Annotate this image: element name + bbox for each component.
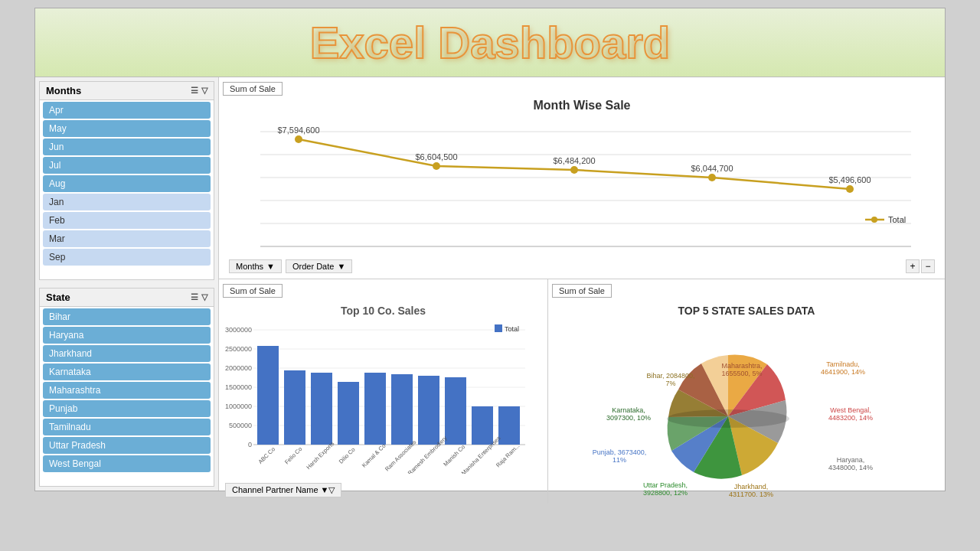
months-btn-arrow: ▼ (266, 262, 275, 271)
order-date-filter-btn[interactable]: Order Date ▼ (286, 259, 352, 273)
list-item[interactable]: Aug (43, 175, 211, 192)
right-panel: Sum of Sale Month Wise Sale (219, 77, 945, 491)
svg-text:$6,604,500: $6,604,500 (415, 152, 457, 161)
svg-point-18 (871, 217, 877, 223)
svg-text:1000000: 1000000 (225, 403, 252, 410)
list-item[interactable]: Sep (43, 249, 211, 266)
svg-text:Karnataka,: Karnataka, (612, 406, 645, 414)
svg-text:Total: Total (505, 325, 519, 333)
svg-text:3000000: 3000000 (225, 326, 252, 334)
list-item[interactable]: Karnataka (43, 364, 211, 380)
svg-point-10 (708, 174, 716, 181)
months-btn-label: Months (236, 262, 263, 271)
svg-point-9 (570, 166, 578, 174)
list-item[interactable]: Feb (43, 212, 211, 229)
svg-text:ABC Co: ABC Co (256, 445, 276, 465)
state-slicer: State ☰ ▽ BiharHaryanaJharkhandKarnataka… (39, 288, 214, 487)
list-item[interactable]: May (43, 120, 211, 137)
line-chart-svg: $7,594,600 $6,604,500 $6,484,200 $6,044,… (223, 116, 941, 258)
svg-text:West Bengal,: West Bengal, (830, 406, 871, 414)
months-filter-btn[interactable]: Months ▼ (229, 259, 282, 273)
svg-text:4311700, 13%: 4311700, 13% (729, 491, 773, 497)
svg-rect-38 (364, 373, 386, 445)
svg-text:Haryana,: Haryana, (837, 456, 865, 464)
svg-rect-40 (418, 376, 439, 445)
svg-rect-43 (498, 406, 520, 445)
svg-text:4348000, 14%: 4348000, 14% (828, 464, 873, 471)
svg-text:11%: 11% (612, 456, 626, 464)
pie-chart-section: Sum of Sale TOP 5 STATE SALES DATA (548, 279, 945, 504)
months-slicer: Months ☰ ▽ AprMayJunJulAugJanFebMarSep (39, 81, 214, 280)
svg-rect-42 (472, 406, 493, 445)
svg-text:2000000: 2000000 (225, 364, 252, 372)
svg-text:$6,484,200: $6,484,200 (553, 156, 595, 165)
state-slicer-label: State (46, 292, 70, 303)
svg-text:$7,594,600: $7,594,600 (277, 126, 319, 135)
list-item[interactable]: Haryana (43, 327, 211, 344)
channel-partner-filter-icon: ▼▽ (321, 485, 335, 494)
state-slicer-icons: ☰ ▽ (191, 292, 207, 302)
content-area: Months ☰ ▽ AprMayJunJulAugJanFebMarSep S… (35, 77, 945, 491)
svg-text:Kamal & Co: Kamal & Co (361, 442, 387, 469)
list-item[interactable]: Bihar (43, 308, 211, 325)
svg-text:Manish Co: Manish Co (442, 443, 466, 468)
list-item[interactable]: Mar (43, 230, 211, 247)
svg-text:Bihar, 2084800,: Bihar, 2084800, (646, 372, 694, 380)
svg-text:3928800, 12%: 3928800, 12% (643, 489, 688, 497)
svg-rect-39 (391, 374, 413, 445)
list-item[interactable]: Maharashtra (43, 382, 211, 399)
line-chart-area: $7,594,600 $6,604,500 $6,484,200 $6,044,… (223, 116, 941, 258)
months-slicer-header: Months ☰ ▽ (40, 82, 214, 100)
list-item[interactable]: Jun (43, 139, 211, 155)
order-date-btn-label: Order Date (292, 262, 334, 271)
page-title: Excel Dashboard (310, 17, 671, 68)
svg-rect-34 (257, 346, 279, 445)
svg-text:Total: Total (888, 215, 906, 224)
line-chart-controls: Months ▼ Order Date ▼ + − (223, 258, 941, 275)
state-filter-multi-icon[interactable]: ☰ (191, 292, 198, 302)
svg-text:$5,496,600: $5,496,600 (828, 175, 871, 184)
svg-rect-37 (338, 382, 359, 445)
svg-point-56 (667, 409, 789, 428)
svg-text:4641900, 14%: 4641900, 14% (821, 368, 865, 376)
bar-chart-section: Sum of Sale Top 10 Co. Sales 3000000 250… (219, 279, 548, 504)
list-item[interactable]: Apr (43, 102, 211, 119)
zoom-in-btn[interactable]: + (906, 259, 920, 273)
svg-text:1500000: 1500000 (225, 383, 252, 391)
list-item[interactable]: West Bengal (43, 455, 211, 472)
svg-text:3097300, 10%: 3097300, 10% (606, 414, 651, 422)
svg-rect-36 (311, 373, 332, 445)
list-item[interactable]: Punjab (43, 400, 211, 417)
svg-rect-54 (495, 324, 502, 332)
svg-text:0: 0 (248, 441, 252, 448)
svg-text:2500000: 2500000 (225, 345, 252, 353)
months-filter-multi-icon[interactable]: ☰ (191, 86, 198, 96)
svg-text:Dilio Co: Dilio Co (338, 446, 357, 465)
line-chart-badge: Sum of Sale (223, 82, 283, 96)
svg-text:Tamilnadu,: Tamilnadu, (826, 360, 860, 368)
channel-partner-filter-btn[interactable]: Channel Partner Name ▼▽ (225, 483, 341, 497)
months-filter-icon[interactable]: ▽ (201, 86, 207, 96)
svg-text:Maharashtra,: Maharashtra, (721, 362, 762, 370)
months-slicer-icons: ☰ ▽ (191, 86, 207, 96)
list-item[interactable]: Jul (43, 157, 211, 174)
svg-text:Punjab, 3673400,: Punjab, 3673400, (593, 448, 647, 456)
header: Excel Dashboard (35, 8, 945, 77)
list-item[interactable]: Uttar Pradesh (43, 437, 211, 454)
state-slicer-items: BiharHaryanaJharkhandKarnatakaMaharashtr… (40, 307, 214, 474)
list-item[interactable]: Jan (43, 194, 211, 210)
months-slicer-label: Months (46, 85, 81, 96)
state-filter-icon[interactable]: ▽ (201, 292, 207, 302)
bar-chart-badge: Sum of Sale (223, 284, 283, 298)
order-date-btn-arrow: ▼ (337, 262, 345, 271)
list-item[interactable]: Tamilnadu (43, 419, 211, 435)
pie-chart-svg: Maharashtra, 1655500, 5% Bihar, 2084800,… (552, 321, 920, 497)
svg-text:Felio Co: Felio Co (283, 445, 303, 465)
svg-text:1655500, 5%: 1655500, 5% (721, 370, 762, 377)
bottom-charts: Sum of Sale Top 10 Co. Sales 3000000 250… (219, 279, 945, 504)
zoom-out-btn[interactable]: − (921, 259, 935, 273)
months-slicer-items: AprMayJunJulAugJanFebMarSep (40, 100, 214, 267)
svg-point-8 (433, 162, 440, 170)
state-slicer-header: State ☰ ▽ (40, 289, 214, 307)
list-item[interactable]: Jharkhand (43, 345, 211, 362)
